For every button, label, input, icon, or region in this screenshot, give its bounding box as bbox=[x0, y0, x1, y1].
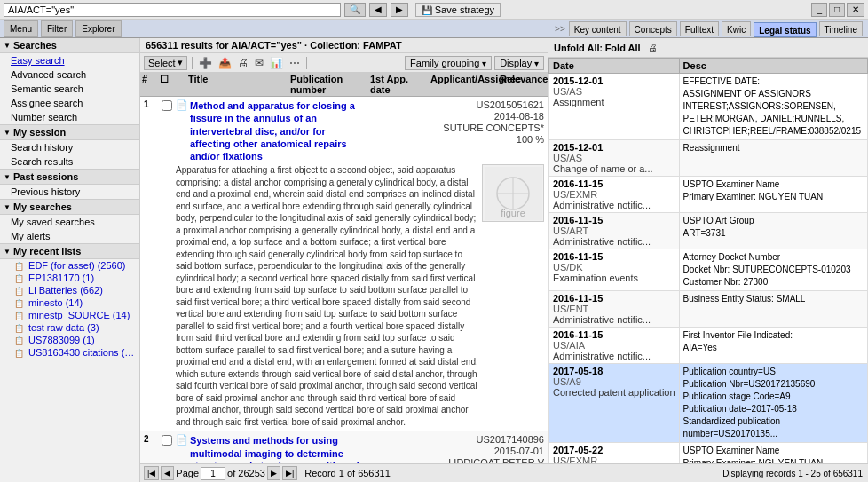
recent-item-1[interactable]: 📋 EP1381170 (1) bbox=[0, 272, 139, 284]
legal-desc-cell: USPTO Examiner Name Primary Examiner: NG… bbox=[679, 177, 867, 213]
sidebar-recent-header[interactable]: ▼ My recent lists bbox=[0, 243, 139, 259]
displaying-label: Displaying records 1 - 25 of 656311 bbox=[722, 469, 863, 478]
chart-button[interactable]: 📊 bbox=[268, 56, 285, 70]
caret-icon-past: ▼ bbox=[4, 173, 11, 181]
search-button[interactable]: 🔍 bbox=[344, 3, 366, 17]
sidebar-my-session-header[interactable]: ▼ My session bbox=[0, 124, 139, 140]
sidebar-search-results[interactable]: Search results bbox=[0, 154, 139, 169]
sidebar-semantic-search[interactable]: Semantic search bbox=[0, 82, 139, 96]
window-close-button[interactable]: ✕ bbox=[847, 3, 864, 17]
legal-date-cell: 2016-11-15US/AIAAdministrative notific..… bbox=[549, 328, 680, 364]
col-applicant: Applicant/Assignee bbox=[430, 74, 500, 95]
recent-item-icon-4: 📋 bbox=[14, 312, 24, 320]
tab-concepts[interactable]: Concepts bbox=[629, 21, 677, 36]
tab-kwic[interactable]: Kwic bbox=[722, 21, 751, 36]
legal-desc-cell: USPTO Examiner Name Primary Examiner: NG… bbox=[679, 443, 867, 464]
print-legal-button[interactable]: 🖨 bbox=[646, 42, 659, 54]
recent-item-7[interactable]: 📋 US8163430 citations (241) bbox=[0, 346, 139, 359]
save-strategy-button[interactable]: 💾 Save strategy bbox=[415, 3, 501, 17]
result-image-1: figure bbox=[482, 164, 544, 222]
col-header-date: Date bbox=[549, 59, 680, 74]
left-tab-menu[interactable]: Menu bbox=[4, 20, 38, 37]
result-checkbox-2[interactable] bbox=[162, 435, 172, 446]
select-dropdown-btn[interactable]: Select ▾ bbox=[144, 56, 187, 70]
tab-timeline[interactable]: Timeline bbox=[819, 21, 863, 36]
result-item-1: 1 📄 Method and apparatus for closing a f… bbox=[140, 97, 548, 431]
recent-item-6[interactable]: 📋 US7883099 (1) bbox=[0, 334, 139, 346]
legal-date-cell: 2017-05-22US/EXMRAdministrative notific.… bbox=[549, 443, 680, 464]
legal-desc-cell: EFFECTIVE DATE: ASSIGNMENT OF ASSIGNORS … bbox=[679, 74, 867, 140]
result-doc-icon-2: 📄 bbox=[176, 434, 188, 446]
search-input[interactable] bbox=[4, 3, 341, 17]
export-button[interactable]: 📤 bbox=[217, 56, 233, 70]
col-relevance: Relevance bbox=[500, 74, 546, 95]
legal-desc-cell: Business Entity Status: SMALL bbox=[679, 291, 867, 328]
result-applicant-1: SUTURE CONCEPTS* bbox=[367, 122, 544, 133]
window-maximize-button[interactable]: □ bbox=[829, 3, 845, 17]
result-num-2: 2 bbox=[144, 434, 160, 444]
sidebar-searches-header[interactable]: ▼ Searches bbox=[0, 38, 139, 53]
col-check: ☐ bbox=[160, 74, 174, 95]
family-grouping-button[interactable]: Family grouping ▾ bbox=[405, 56, 492, 70]
sidebar-number-search[interactable]: Number search bbox=[0, 110, 139, 124]
result-pubnum-1: US2015051621 bbox=[367, 99, 544, 110]
legal-status-panel: Unfold All: Fold All 🖨 Date Desc 2015-12… bbox=[548, 38, 868, 482]
recent-item-icon: 📋 bbox=[14, 262, 24, 271]
email-button[interactable]: ✉ bbox=[253, 56, 265, 70]
legal-date-cell: 2016-11-15US/EXMRAdministrative notific.… bbox=[549, 177, 680, 213]
recent-item-2[interactable]: 📋 Li Batteries (662) bbox=[0, 284, 139, 296]
col-header-desc: Desc bbox=[679, 59, 867, 74]
top-bar: 🔍 ◀ ▶ 💾 Save strategy _ □ ✕ bbox=[0, 0, 868, 20]
recent-item-icon-5: 📋 bbox=[14, 324, 24, 333]
nav-prev-page-button[interactable]: ◀ bbox=[161, 466, 174, 480]
legal-date-cell: 2015-12-01US/ASAssignment bbox=[549, 74, 680, 140]
window-minimize-button[interactable]: _ bbox=[811, 3, 827, 17]
nav-prev-button[interactable]: ◀ bbox=[369, 3, 387, 17]
display-button[interactable]: Display ▾ bbox=[494, 56, 544, 70]
left-tab-explorer[interactable]: Explorer bbox=[75, 20, 121, 37]
caret-icon-session: ▼ bbox=[4, 129, 11, 137]
left-tab-filter[interactable]: Filter bbox=[41, 20, 73, 37]
recent-item-5[interactable]: 📋 test raw data (3) bbox=[0, 321, 139, 334]
recent-item-3[interactable]: 📋 minesto (14) bbox=[0, 296, 139, 309]
sidebar-search-history[interactable]: Search history bbox=[0, 140, 139, 154]
sidebar-advanced-search[interactable]: Advanced search bbox=[0, 67, 139, 82]
tab-legal-status[interactable]: Legal status bbox=[754, 22, 816, 37]
page-number-input[interactable] bbox=[201, 467, 225, 480]
caret-icon: ▼ bbox=[4, 42, 11, 50]
legal-table: Date Desc 2015-12-01US/ASAssignmentEFFEC… bbox=[548, 58, 868, 463]
print-button[interactable]: 🖨 bbox=[236, 56, 250, 70]
legal-date-cell: 2015-12-01US/ASChange of name or a... bbox=[549, 140, 680, 177]
sidebar-easy-search[interactable]: Easy search bbox=[0, 53, 139, 67]
results-count-bar: 656311 results for AIA/ACT="yes" · Colle… bbox=[140, 38, 548, 53]
recent-item-icon-7: 📋 bbox=[14, 349, 24, 358]
tab-key-content[interactable]: Key content bbox=[569, 21, 627, 36]
sidebar-my-searches-header[interactable]: ▼ My searches bbox=[0, 199, 139, 215]
col-title: Title bbox=[188, 74, 290, 95]
legal-toolbar: Unfold All: Fold All 🖨 bbox=[548, 38, 868, 58]
result-title-link-2[interactable]: Systems and methods for using multimodal… bbox=[190, 434, 365, 463]
nav-next-button[interactable]: ▶ bbox=[391, 3, 408, 17]
record-count-label: Record 1 of 656311 bbox=[304, 468, 391, 478]
recent-item-4[interactable]: 📋 minestp_SOURCE (14) bbox=[0, 309, 139, 321]
tab-fulltext[interactable]: Fulltext bbox=[680, 21, 719, 36]
results-nav-bar: |◀ ◀ Page of 26253 ▶ ▶| Record 1 of 6563… bbox=[140, 463, 548, 482]
result-title-link-1[interactable]: Method and apparatus for closing a fissu… bbox=[190, 99, 365, 162]
caret-icon-recent: ▼ bbox=[4, 248, 11, 256]
sidebar-past-sessions-header[interactable]: ▼ Past sessions bbox=[0, 169, 139, 185]
sidebar-previous-history[interactable]: Previous history bbox=[0, 185, 139, 199]
result-pubnum-2: US2017140896 bbox=[367, 434, 544, 445]
result-checkbox-1[interactable] bbox=[162, 100, 172, 111]
nav-last-button[interactable]: ▶| bbox=[282, 466, 297, 480]
recent-item-0[interactable]: 📋 EDF (for asset) (2560) bbox=[0, 259, 139, 272]
sidebar-my-alerts[interactable]: My alerts bbox=[0, 229, 139, 243]
unfold-all-label: Unfold All: Fold All bbox=[554, 43, 641, 53]
nav-first-button[interactable]: |◀ bbox=[144, 466, 159, 480]
add-to-list-button[interactable]: ➕ bbox=[197, 56, 214, 70]
more-button[interactable]: ⋯ bbox=[288, 56, 302, 70]
toolbar-separator-2 bbox=[306, 57, 307, 69]
legal-date-cell: 2016-11-15US/ARTAdministrative notific..… bbox=[549, 213, 680, 249]
sidebar-saved-searches[interactable]: My saved searches bbox=[0, 215, 139, 229]
nav-next-page-button[interactable]: ▶ bbox=[267, 466, 280, 480]
sidebar-assignee-search[interactable]: Assignee search bbox=[0, 96, 139, 110]
